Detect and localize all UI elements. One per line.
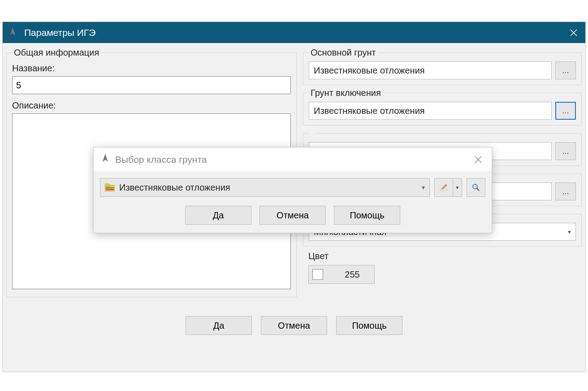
app-icon (7, 26, 20, 39)
magnifier-icon (471, 183, 480, 192)
inclusion-soil-group: Грунт включения Известняковые отложения … (303, 88, 582, 126)
search-button[interactable] (467, 178, 485, 197)
close-icon[interactable] (566, 26, 581, 40)
folder-icon (105, 183, 115, 191)
svg-rect-5 (105, 184, 109, 186)
svg-rect-6 (106, 187, 114, 188)
soil-class-dialog: Выбор класса грунта Известняковые отложе… (93, 147, 492, 233)
color-value: 255 (337, 269, 368, 280)
modal-cancel-button[interactable]: Отмена (259, 206, 326, 225)
modal-close-icon[interactable] (471, 152, 485, 167)
name-label: Название: (12, 63, 291, 74)
soil-class-value: Известняковые отложения (119, 182, 230, 193)
svg-rect-8 (441, 189, 447, 191)
name-input[interactable] (12, 76, 291, 94)
app-icon (100, 153, 111, 166)
edit-button[interactable] (434, 178, 453, 197)
group3-legend (309, 128, 315, 139)
chevron-down-icon: ▾ (422, 184, 425, 191)
main-yes-button[interactable]: Да (186, 316, 252, 335)
pencil-icon (439, 183, 448, 192)
modal-yes-button[interactable]: Да (185, 206, 251, 225)
group3-browse-button[interactable]: ... (555, 142, 576, 160)
svg-rect-7 (106, 189, 114, 190)
modal-help-button[interactable]: Помощь (334, 206, 400, 225)
inclusion-soil-field: Известняковые отложения (309, 102, 552, 120)
primary-soil-group: Основной грунт Известняковые отложения .… (303, 48, 582, 85)
primary-soil-browse-button[interactable]: ... (555, 61, 576, 79)
color-label: Цвет (308, 251, 582, 261)
svg-line-11 (477, 188, 479, 191)
primary-soil-field: Известняковые отложения (309, 61, 552, 79)
titlebar: Параметры ИГЭ (3, 22, 585, 43)
modal-titlebar: Выбор класса грунта (94, 148, 492, 172)
general-info-legend: Общая информация (12, 48, 101, 58)
color-swatch (312, 269, 323, 280)
group4-browse-button[interactable]: ... (555, 182, 576, 200)
description-label: Описание: (12, 100, 291, 111)
primary-soil-legend: Основной грунт (309, 48, 378, 58)
soil-class-combo[interactable]: Известняковые отложения ▾ (100, 178, 430, 197)
inclusion-soil-browse-button[interactable]: ... (555, 102, 576, 120)
color-picker[interactable]: 255 (308, 265, 375, 284)
main-cancel-button[interactable]: Отмена (261, 316, 327, 335)
edit-dropdown-button[interactable]: ▼ (453, 178, 462, 197)
svg-point-10 (474, 185, 476, 188)
inclusion-soil-legend: Грунт включения (309, 88, 383, 98)
window-title: Параметры ИГЭ (24, 27, 95, 38)
main-help-button[interactable]: Помощь (336, 316, 402, 335)
chevron-down-icon: ▾ (568, 228, 571, 235)
modal-title: Выбор класса грунта (115, 154, 207, 165)
